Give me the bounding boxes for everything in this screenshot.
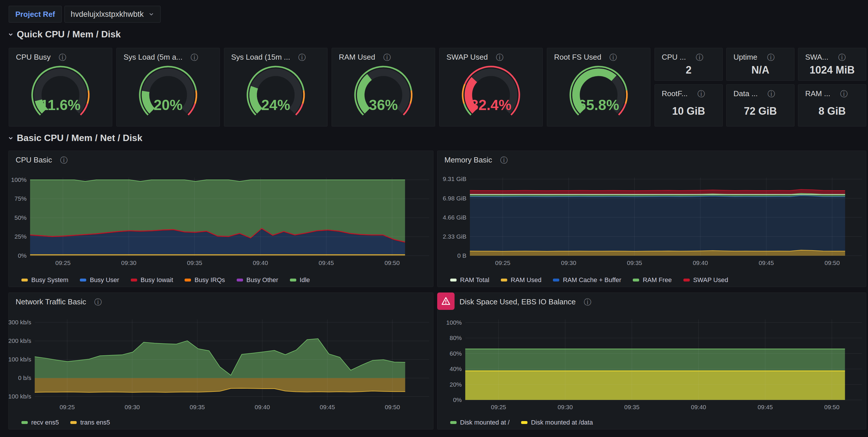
panel-title: Sys Load (5m a... <box>124 53 183 62</box>
legend-label: Busy Other <box>247 276 278 284</box>
panel-header[interactable]: SWAP Usedⓘ <box>439 48 542 62</box>
panel-stat-data: Data ...ⓘ72 GiB <box>726 84 795 126</box>
panel-title: RootF... <box>662 89 688 98</box>
x-axis-label: 09:45 <box>320 404 335 410</box>
info-icon[interactable]: ⓘ <box>496 54 503 61</box>
info-icon[interactable]: ⓘ <box>698 90 705 97</box>
panel-header[interactable]: RAM ...ⓘ <box>798 85 866 98</box>
legend-item[interactable]: Disk mounted at / <box>450 419 509 426</box>
stat-value: 1024 MiB <box>798 62 866 81</box>
legend-item[interactable]: trans ens5 <box>70 419 110 426</box>
legend-label: trans ens5 <box>80 419 110 426</box>
legend-item[interactable]: RAM Free <box>633 276 672 284</box>
panel-gauge-swap-used: SWAP Usedⓘ32.4% <box>439 48 543 126</box>
panel-header[interactable]: Uptimeⓘ <box>726 48 794 62</box>
panel-header[interactable]: CPU ...ⓘ <box>655 48 722 62</box>
legend-item[interactable]: SWAP Used <box>683 276 728 284</box>
info-icon[interactable]: ⓘ <box>767 54 775 61</box>
legend-swatch <box>70 421 77 424</box>
legend-swatch <box>553 279 559 282</box>
section-header-quick[interactable]: Quick CPU / Mem / Disk <box>7 29 121 40</box>
legend-item[interactable]: Busy System <box>22 276 68 284</box>
info-icon[interactable]: ⓘ <box>298 54 306 61</box>
panel-stat-swa: SWA...ⓘ1024 MiB <box>798 48 866 81</box>
legend-item[interactable]: Busy User <box>80 276 119 284</box>
stat-value: 10 GiB <box>655 98 722 126</box>
panel-header[interactable]: Root FS Usedⓘ <box>547 48 650 62</box>
legend: Busy SystemBusy UserBusy IowaitBusy IRQs… <box>22 276 427 284</box>
gauge-value: 65.8% <box>578 97 619 113</box>
legend-swatch <box>131 279 137 282</box>
legend-label: Disk mounted at / <box>460 419 509 426</box>
info-icon[interactable]: ⓘ <box>609 54 617 61</box>
legend-item[interactable]: RAM Used <box>501 276 541 284</box>
legend-swatch <box>22 421 28 424</box>
disk-space-plot[interactable]: 0%20%40%60%80%100%09:2509:3009:3509:4009… <box>437 309 866 417</box>
info-icon[interactable]: ⓘ <box>94 298 102 306</box>
panel-title: Sys Load (15m ... <box>231 53 290 62</box>
cpu-basic-plot[interactable]: 0%25%50%75%100%09:2509:3009:3509:4009:45… <box>9 167 433 275</box>
gauge-value: 11.6% <box>40 97 81 113</box>
x-axis-label: 09:50 <box>825 260 840 266</box>
info-icon[interactable]: ⓘ <box>838 54 846 61</box>
legend-label: RAM Used <box>511 276 541 284</box>
panel-header[interactable]: SWA...ⓘ <box>798 48 866 62</box>
gauge: 36% <box>332 63 435 118</box>
info-icon[interactable]: ⓘ <box>60 156 68 164</box>
legend-item[interactable]: Busy Iowait <box>131 276 173 284</box>
info-icon[interactable]: ⓘ <box>383 54 391 61</box>
info-icon[interactable]: ⓘ <box>840 90 848 97</box>
gauge: 24% <box>224 63 327 118</box>
info-icon[interactable]: ⓘ <box>59 54 66 61</box>
panel-header[interactable]: Sys Load (15m ...ⓘ <box>224 48 327 62</box>
x-axis-label: 09:45 <box>757 404 773 410</box>
gauge-value: 20% <box>154 97 183 113</box>
legend-swatch <box>290 279 296 282</box>
x-axis-label: 09:50 <box>824 404 840 410</box>
panel-title: Memory Basic <box>444 155 492 165</box>
legend-swatch <box>501 279 507 282</box>
x-axis-label: 09:50 <box>384 260 400 266</box>
legend-item[interactable]: Idle <box>290 276 310 284</box>
legend-item[interactable]: Busy Other <box>237 276 278 284</box>
x-axis-label: 09:30 <box>558 404 573 410</box>
gauge: 32.4% <box>439 63 542 118</box>
info-icon[interactable]: ⓘ <box>584 298 591 306</box>
x-axis-label: 09:30 <box>561 260 576 266</box>
panel-header[interactable]: CPU Basic ⓘ <box>9 151 433 165</box>
x-axis-label: 09:25 <box>60 404 75 410</box>
panel-title: SWA... <box>805 53 828 62</box>
x-axis-label: 09:40 <box>693 260 708 266</box>
memory-basic-plot[interactable]: 0 B2.33 GiB4.66 GiB6.98 GiB9.31 GiB09:25… <box>437 167 866 275</box>
variable-dropdown[interactable]: hvdelujxlxstpxkhwbtk <box>64 6 161 23</box>
info-icon[interactable]: ⓘ <box>500 156 508 164</box>
panel-header[interactable]: Sys Load (5m a...ⓘ <box>117 48 220 62</box>
section-header-basic[interactable]: Basic CPU / Mem / Net / Disk <box>7 133 142 143</box>
legend-item[interactable]: Busy IRQs <box>185 276 225 284</box>
legend-swatch <box>633 279 639 282</box>
legend-label: RAM Cache + Buffer <box>563 276 621 284</box>
panel-header[interactable]: Disk Space Used, EBS IO Balance ⓘ <box>437 293 866 307</box>
stat-value: 72 GiB <box>726 98 794 126</box>
network-traffic-plot[interactable]: -100 kb/s0 b/s100 kb/s200 kb/s300 kb/s09… <box>9 309 433 417</box>
legend-item[interactable]: Disk mounted at /data <box>521 419 593 426</box>
panel-header[interactable]: RAM Usedⓘ <box>332 48 435 62</box>
x-axis-label: 09:50 <box>385 404 400 410</box>
panel-header[interactable]: RootF...ⓘ <box>655 85 722 98</box>
info-icon[interactable]: ⓘ <box>191 54 198 61</box>
variable-label: Project Ref <box>9 6 62 23</box>
panel-header[interactable]: Memory Basic ⓘ <box>437 151 866 165</box>
y-axis-label: 0% <box>453 397 462 403</box>
panel-header[interactable]: Data ...ⓘ <box>726 85 794 98</box>
info-icon[interactable]: ⓘ <box>696 54 703 61</box>
x-axis-label: 09:30 <box>125 404 140 410</box>
legend-item[interactable]: recv ens5 <box>22 419 59 426</box>
legend-item[interactable]: RAM Total <box>450 276 489 284</box>
info-icon[interactable]: ⓘ <box>768 90 775 97</box>
panel-header[interactable]: CPU Busyⓘ <box>9 48 112 62</box>
panel-header[interactable]: Network Traffic Basic ⓘ <box>9 293 433 307</box>
legend-item[interactable]: RAM Cache + Buffer <box>553 276 621 284</box>
x-axis-label: 09:25 <box>55 260 71 266</box>
panel-cpu-basic: CPU Basic ⓘ 0%25%50%75%100%09:2509:3009:… <box>8 151 433 287</box>
y-axis-label: 200 kb/s <box>9 338 31 344</box>
